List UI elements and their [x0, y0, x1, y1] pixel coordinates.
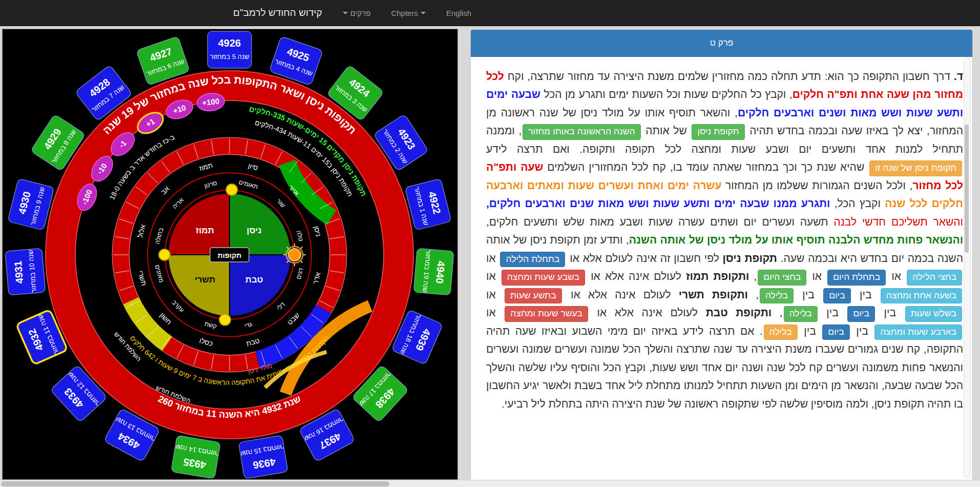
year-number: 4926 [218, 37, 241, 49]
highlighted-text: ותקופת טבת [706, 307, 772, 318]
tekufot-wheel-diagram[interactable]: תקופות ניסן ושאר התקופות בכל שנה במחזור … [3, 29, 456, 478]
inline-term-button[interactable]: בתחלת הלילה [500, 252, 565, 267]
inline-term-button[interactable]: ביום [847, 306, 874, 321]
quadrant-label: טבת [245, 275, 263, 285]
body-text: או [891, 270, 901, 282]
center-box-label: תקופות [218, 251, 242, 259]
year-tab[interactable]: 4935שנה 14 במחזור [171, 435, 221, 478]
inline-term-button[interactable]: בארבע שעות ומחצה [874, 324, 962, 340]
inline-term-button[interactable]: ביום [823, 288, 850, 303]
highlighted-text: ד. [954, 70, 963, 82]
inline-term-button[interactable]: תקופת ניסן [692, 124, 744, 139]
year-tab[interactable]: 4936שנה 15 במחזור [238, 435, 288, 478]
sun-icon [288, 249, 301, 261]
quadrant-label: תמוז [196, 226, 214, 235]
highlighted-text: והשאר תשליכם חדשי לבנה [833, 216, 963, 228]
nav-item-chapters-he[interactable]: פרקים [343, 9, 371, 17]
highlighted-text: והנשאר פחות מחדש הלבנה תוסיף אותו על מול… [629, 234, 963, 246]
horizontal-scrollbar[interactable] [0, 480, 980, 487]
chevron-down-icon [421, 12, 426, 14]
nav-item-label: English [446, 9, 471, 17]
site-brand[interactable]: קידוש החודש לרמב"ם [233, 7, 322, 18]
body-text: של אותה [645, 125, 687, 136]
calendar-wheel-panel: תקופות ניסן ושאר התקופות בכל שנה במחזור … [2, 29, 458, 480]
vertical-scrollbar[interactable] [964, 57, 971, 478]
year-number: 4931 [12, 260, 26, 284]
nav-item-chapters-en[interactable]: Chpters [391, 9, 426, 17]
highlighted-text: ותקופת תשרי [679, 289, 748, 300]
body-text: לפי חשבון זה אינה לעולם אלא או [570, 252, 719, 264]
inline-term-button[interactable]: בשבע שעות ומחצה [502, 270, 585, 285]
tekufah-marker-dot[interactable] [219, 314, 231, 326]
body-text: שהיא שנת כך וכך במחזור שאתה עומד בו, קח … [547, 161, 864, 173]
body-text: בין [804, 325, 816, 337]
tekufah-marker-dot[interactable] [159, 249, 170, 260]
page-title: פרק ט [710, 38, 733, 48]
body-text: או [486, 289, 496, 300]
highlighted-text: ותגרע ממנו שבעה ימים ותשע שעות ושש מאות … [486, 197, 830, 209]
body-text: בין [860, 289, 871, 300]
chapter-text: ד. דרך חשבון התקופה כך הוא: תדע תחלה כמה… [471, 57, 972, 418]
nav-item-label: פרקים [350, 9, 371, 17]
year-tab[interactable]: 4926שנה 5 במחזור [207, 31, 252, 68]
body-text: , [754, 270, 757, 282]
body-text: לעולם אינה אלא או [591, 270, 681, 282]
quadrant-label: תשרי [195, 275, 215, 285]
year-number: 4940 [434, 260, 447, 284]
inline-term-button[interactable]: בלילה [784, 306, 818, 321]
body-text: , וקבץ כל החלקים שעות וכל השעות ימים ותג… [544, 88, 792, 100]
inline-term-button[interactable]: בתשע שעות [505, 288, 562, 303]
inline-term-button[interactable]: תקופת ניסן של שנה זו [869, 160, 962, 176]
tekufah-marker-dot[interactable] [226, 184, 237, 195]
highlighted-text: ותקופת תמוז [686, 270, 749, 282]
body-text: וקבץ הכל, [835, 197, 881, 209]
body-text: תשעה ועשרים יום ושתים עשרה שעות ושבע מאו… [486, 216, 828, 228]
inline-term-button[interactable]: בלילה [760, 288, 794, 303]
body-text: או [486, 252, 496, 264]
body-text: בין [856, 325, 868, 337]
year-tab[interactable]: 4931שנה 10 במחזור [5, 248, 46, 295]
body-text: בין [802, 289, 814, 300]
body-text: או [812, 270, 822, 282]
nav-item-english[interactable]: English [446, 9, 471, 17]
inline-term-button[interactable]: ביום [822, 324, 849, 340]
body-text: לעולם אינה אלא או [571, 289, 671, 300]
inline-term-button[interactable]: בתחלת היום [827, 270, 886, 285]
inline-term-button[interactable]: בחצי הלילה [907, 270, 962, 285]
horizontal-scrollbar-thumb[interactable] [1, 481, 389, 486]
body-text: או [486, 307, 496, 318]
inline-term-button[interactable]: בשעה אחת ומחצה [881, 288, 962, 303]
quadrant-label: ניסן [247, 226, 262, 235]
body-text: , ולכל השנים הגמורות ששלמו מן המחזור [725, 179, 912, 191]
body-text: דרך חשבון התקופה כך הוא: תדע תחלה כמה מח… [508, 70, 950, 82]
year-position: שנה 5 במחזור [210, 53, 249, 60]
inline-term-button[interactable]: בלילה [764, 324, 798, 340]
year-tab[interactable]: 4940שנה 19 במחזור [413, 248, 454, 295]
chapter-panel-header: פרק ט [471, 30, 972, 57]
inline-term-button[interactable]: בעשר שעות ומחצה [505, 306, 588, 321]
chevron-down-icon [343, 12, 348, 14]
body-text: בין [826, 307, 838, 318]
body-text: או [486, 270, 496, 282]
nav-item-label: Chpters [391, 9, 418, 17]
body-text: לעולם אינה אלא או [597, 307, 698, 318]
vertical-scrollbar-thumb[interactable] [965, 125, 969, 253]
inline-term-button[interactable]: בחצי היום [758, 270, 806, 285]
inline-term-button[interactable]: בשלש שעות [905, 306, 962, 321]
body-text: , [756, 289, 759, 300]
body-text: , [780, 307, 783, 318]
highlighted-text: תקופת ניסן [723, 252, 777, 264]
top-navbar: קידוש החודש לרמב"ם פרקים Chpters English [0, 0, 980, 26]
body-text: בין [884, 307, 896, 318]
inline-term-button[interactable]: השנה הראשונה באותו מחזור [523, 124, 640, 139]
chapter-panel: פרק ט ד. דרך חשבון התקופה כך הוא: תדע תח… [470, 29, 973, 481]
